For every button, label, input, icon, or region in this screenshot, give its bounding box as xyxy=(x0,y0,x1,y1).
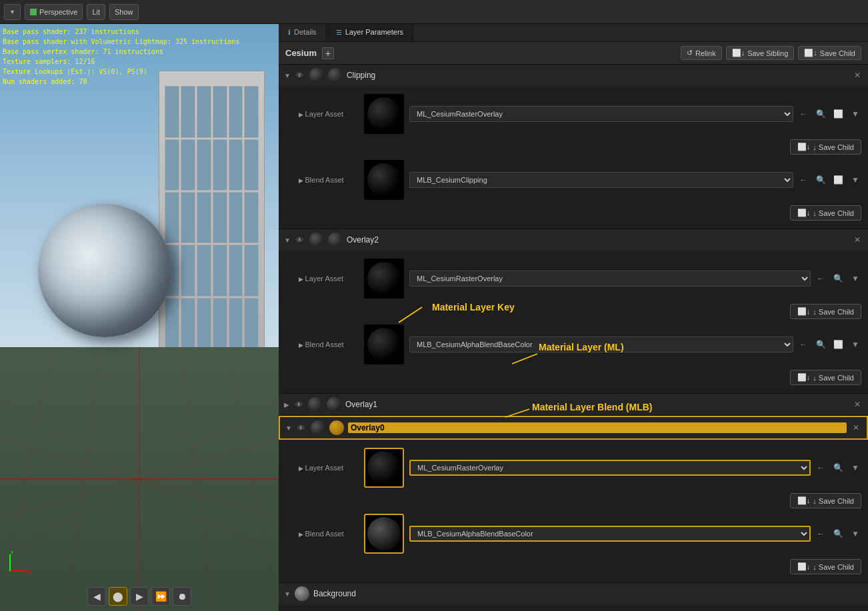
clipping-expand[interactable]: ▼ xyxy=(284,72,291,79)
overlay0-eye[interactable]: 👁 xyxy=(296,422,307,433)
dropdown-btn[interactable]: ▼ xyxy=(4,4,21,20)
save-child-header-label: Save Child xyxy=(820,49,855,57)
overlay0-layer-select[interactable]: ML_CesiumRasterOverlay xyxy=(409,460,811,476)
overlay2-layer-asset-label[interactable]: Layer Asset xyxy=(299,275,359,283)
clipping-blend-save-child-btn[interactable]: ⬜↓ ↓ Save Child xyxy=(790,205,861,221)
sphere xyxy=(38,204,171,337)
tab-details[interactable]: ℹ Details xyxy=(279,24,327,41)
overlay0-layer-save-child-btn[interactable]: ⬜↓ ↓ Save Child xyxy=(790,493,861,508)
clipping-layer-asset-label[interactable]: Layer Asset xyxy=(299,110,359,118)
clipping-layer-save-row: ⬜↓ ↓ Save Child xyxy=(279,137,868,157)
axes-gizmo: x y xyxy=(7,551,33,578)
clipping-blend-asset-label[interactable]: Blend Asset xyxy=(299,176,359,184)
clipping-blend-filter-btn[interactable]: ▼ xyxy=(848,173,863,187)
panel-actions: ↺ Relink ⬜↓ Save Sibling ⬜↓ Save Child xyxy=(681,46,861,60)
stat-2: Base pass shader with Volumetric Lightma… xyxy=(3,37,239,47)
overlay1-eye[interactable]: 👁 xyxy=(293,399,304,410)
overlay0-expand[interactable]: ▼ xyxy=(285,424,292,432)
overlay2-blend-sphere xyxy=(367,328,401,361)
svg-text:y: y xyxy=(11,551,14,554)
overlay2-layer-select[interactable]: ML_CesiumRasterOverlay xyxy=(409,271,811,287)
stat-6: Num shaders added: 78 xyxy=(3,77,239,87)
show-btn[interactable]: Show xyxy=(109,4,139,20)
overlay2-close[interactable]: ✕ xyxy=(852,235,863,245)
overlay0-blend-sphere xyxy=(367,517,401,550)
tool-btn-3[interactable]: ▶ xyxy=(130,587,149,606)
layer-section-background: ▼ Background Layer Asset ML_CesiumGltf xyxy=(279,583,868,611)
overlay2-blend-copy-btn[interactable]: ⬜ xyxy=(831,337,845,352)
tool-btn-5[interactable]: ⏺ xyxy=(173,587,191,606)
sphere-container xyxy=(28,95,181,447)
clipping-layer-save-child-btn[interactable]: ⬜↓ ↓ Save Child xyxy=(790,139,861,155)
overlay0-blend-save-child-btn[interactable]: ⬜↓ ↓ Save Child xyxy=(790,559,861,574)
clipping-blend-copy-btn[interactable]: ⬜ xyxy=(831,173,845,187)
clipping-close[interactable]: ✕ xyxy=(852,70,863,81)
clipping-layer-filter-btn[interactable]: ▼ xyxy=(848,107,863,121)
viewport-content: Base pass shader: 237 instructions Base … xyxy=(0,24,279,611)
overlay1-expand[interactable]: ▶ xyxy=(284,401,289,408)
overlay2-blend-back-btn[interactable]: ← xyxy=(796,337,811,352)
save-sibling-button[interactable]: ⬜↓ Save Sibling xyxy=(726,46,795,60)
overlay2-layer-asset-row: Layer Asset ML_CesiumRasterOverlay ← 🔍 ▼ xyxy=(279,256,868,301)
clipping-blend-control: MLB_CesiumClipping ← 🔍 ⬜ ▼ xyxy=(409,172,863,188)
perspective-btn[interactable]: Perspective xyxy=(25,4,83,20)
overlay0-blend-search-btn[interactable]: 🔍 xyxy=(831,526,845,541)
background-name: Background xyxy=(313,589,863,598)
lit-btn[interactable]: Lit xyxy=(87,4,105,20)
panel-content[interactable]: ▼ 👁 Clipping ✕ Layer Asset xyxy=(279,65,868,611)
overlay0-blend-filter-btn[interactable]: ▼ xyxy=(848,526,863,541)
overlay1-name: Overlay1 xyxy=(345,400,848,409)
clipping-blend-search-btn[interactable]: 🔍 xyxy=(813,173,828,187)
background-body: Layer Asset ML_CesiumGltf ← 🔍 ▼ xyxy=(279,604,868,611)
tool-btn-2[interactable]: ⬤ xyxy=(109,587,127,606)
clipping-body: Layer Asset ML_CesiumRasterOverlay ← 🔍 ⬜… xyxy=(279,86,868,229)
overlay0-layer-asset-label[interactable]: Layer Asset xyxy=(299,464,359,472)
right-panel-wrapper: ℹ Details ☰ Layer Parameters Cesium + ↺ … xyxy=(279,24,868,611)
perspective-label: Perspective xyxy=(39,8,77,16)
overlay1-thumb2 xyxy=(327,397,341,412)
clipping-layer-back-btn[interactable]: ← xyxy=(796,107,811,121)
overlay0-blend-back-btn[interactable]: ← xyxy=(813,526,828,541)
overlay0-blend-save-icon: ⬜↓ xyxy=(797,562,811,571)
overlay2-blend-preview xyxy=(364,324,404,364)
overlay1-close[interactable]: ✕ xyxy=(852,399,863,410)
overlay2-blend-save-child-btn[interactable]: ⬜↓ ↓ Save Child xyxy=(790,370,861,385)
clipping-eye[interactable]: 👁 xyxy=(295,70,305,81)
clipping-blend-save-row: ⬜↓ ↓ Save Child xyxy=(279,203,868,223)
overlay0-blend-asset-label[interactable]: Blend Asset xyxy=(299,530,359,538)
overlay2-blend-select[interactable]: MLB_CesiumAlphaBlendBaseColor xyxy=(409,336,793,352)
overlay2-expand[interactable]: ▼ xyxy=(284,237,291,244)
overlay0-blend-select[interactable]: MLB_CesiumAlphaBlendBaseColor xyxy=(409,526,811,542)
overlay2-eye[interactable]: 👁 xyxy=(295,235,305,245)
overlay2-layer-save-child-btn[interactable]: ⬜↓ ↓ Save Child xyxy=(790,304,861,319)
layer-header-clipping: ▼ 👁 Clipping ✕ xyxy=(279,65,868,86)
dropdown-arrow: ▼ xyxy=(9,9,15,15)
overlay2-blend-search-btn[interactable]: 🔍 xyxy=(813,337,828,352)
overlay0-name: Overlay0 xyxy=(348,422,847,433)
clipping-blend-back-btn[interactable]: ← xyxy=(796,173,811,187)
overlay0-layer-search-btn[interactable]: 🔍 xyxy=(831,460,845,475)
background-expand[interactable]: ▼ xyxy=(284,590,291,598)
clipping-blend-select[interactable]: MLB_CesiumClipping xyxy=(409,172,793,188)
overlay2-layer-back-btn[interactable]: ← xyxy=(813,271,828,286)
add-layer-button[interactable]: + xyxy=(322,47,334,59)
tab-layer-parameters[interactable]: ☰ Layer Parameters xyxy=(327,24,413,41)
clipping-layer-copy-btn[interactable]: ⬜ xyxy=(831,107,845,121)
overlay0-layer-back-btn[interactable]: ← xyxy=(813,460,828,475)
clipping-layer-search-btn[interactable]: 🔍 xyxy=(813,107,828,121)
relink-label: Relink xyxy=(695,49,716,57)
overlay2-blend-asset-label[interactable]: Blend Asset xyxy=(299,340,359,348)
overlay2-layer-search-btn[interactable]: 🔍 xyxy=(831,271,845,286)
background-thumb xyxy=(295,586,309,601)
tool-btn-4[interactable]: ⏩ xyxy=(151,587,170,606)
stat-1: Base pass shader: 237 instructions xyxy=(3,27,239,37)
clipping-layer-select[interactable]: ML_CesiumRasterOverlay xyxy=(409,106,793,122)
overlay2-blend-filter-btn[interactable]: ▼ xyxy=(848,337,863,352)
overlay2-layer-filter-btn[interactable]: ▼ xyxy=(848,271,863,286)
save-child-header-button[interactable]: ⬜↓ Save Child xyxy=(798,46,861,60)
relink-button[interactable]: ↺ Relink xyxy=(681,46,722,60)
overlay0-layer-control: ML_CesiumRasterOverlay ← 🔍 ▼ xyxy=(409,460,863,476)
overlay0-close[interactable]: ✕ xyxy=(851,422,861,433)
overlay0-layer-filter-btn[interactable]: ▼ xyxy=(848,460,863,475)
tool-btn-1[interactable]: ◀ xyxy=(87,587,106,606)
